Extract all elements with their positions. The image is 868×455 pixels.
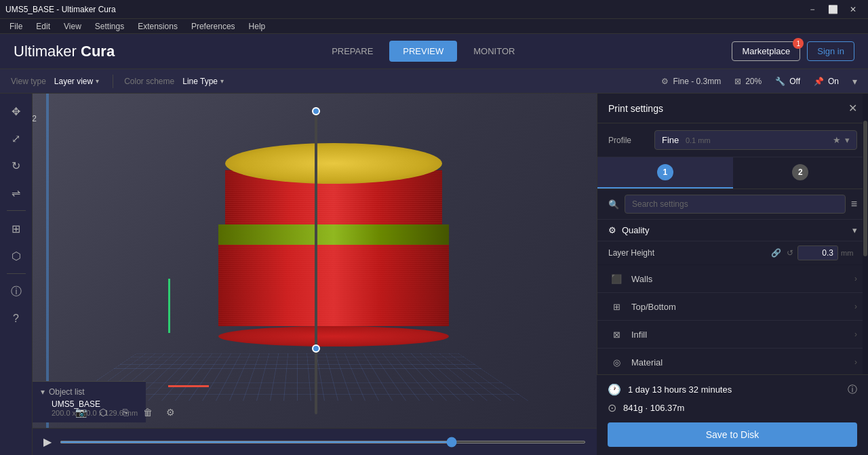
move-tool-button[interactable]: ✥ <box>4 99 28 123</box>
minimize-button[interactable]: − <box>803 2 822 17</box>
tool-separator-2 <box>7 273 26 274</box>
support-stat: 🔧 Off <box>775 77 800 86</box>
profile-value: Fine <box>662 135 679 145</box>
save-to-disk-button[interactable]: Save to Disk <box>608 422 857 447</box>
menu-edit[interactable]: Edit <box>31 20 56 33</box>
titlebar: UMS5_BASE - Ultimaker Cura − ⬜ ✕ <box>0 0 868 19</box>
menu-settings[interactable]: Settings <box>90 20 130 33</box>
axis-x <box>168 385 209 387</box>
marketplace-button[interactable]: Marketplace 1 <box>732 41 800 61</box>
help-tool-button[interactable]: ? <box>4 306 28 331</box>
app-logo: Ultimaker Cura <box>14 43 115 60</box>
walls-label: Walls <box>631 274 652 284</box>
extruder-tab-2[interactable]: 2 <box>733 157 869 189</box>
quality-icon: ⚙ <box>608 225 616 235</box>
search-input[interactable] <box>625 195 846 214</box>
close-panel-button[interactable]: ✕ <box>848 102 857 115</box>
menu-preferences[interactable]: Preferences <box>186 20 241 33</box>
window-title: UMS5_BASE - Ultimaker Cura <box>5 5 116 14</box>
toolbar-right: Marketplace 1 Sign in <box>732 41 854 61</box>
maximize-button[interactable]: ⬜ <box>823 2 842 17</box>
tab-prepare[interactable]: PREPARE <box>318 41 387 62</box>
panel-title: Print settings <box>608 103 663 114</box>
tool-separator <box>7 210 26 211</box>
profile-stat: ⚙ Fine - 0.3mm <box>661 77 721 86</box>
object-tools-row: 📷 ⬡ ⎘ 🗑 ⚙ <box>71 402 180 422</box>
extruder-2-num: 2 <box>792 164 808 180</box>
topbottom-category[interactable]: ⊞ Top/Bottom › <box>597 293 868 321</box>
cylinder-bottom <box>218 326 449 347</box>
viewport[interactable]: 432 ▾ Object list UMS5_BASE 200.0 x 200.… <box>33 94 597 455</box>
estimate-panel: 🕐 1 day 13 hours 32 minutes ⓘ ⊙ 841g · 1… <box>597 374 868 455</box>
time-icon: 🕐 <box>608 383 621 396</box>
layer-height-input[interactable] <box>797 245 838 260</box>
layer-height-reset-button[interactable]: ↺ <box>785 247 795 259</box>
layer-slider-track <box>315 107 317 414</box>
menu-extensions[interactable]: Extensions <box>132 20 183 33</box>
menu-help[interactable]: Help <box>243 20 271 33</box>
colorscheme-select[interactable]: Line Type ▾ <box>180 75 226 87</box>
mirror-tool-button[interactable]: ⇌ <box>4 180 28 205</box>
obj-tool-settings[interactable]: ⚙ <box>160 402 180 422</box>
obj-tool-box[interactable]: ⬡ <box>93 402 113 422</box>
infill-icon: ⊠ <box>734 77 741 86</box>
walls-chevron-icon: › <box>854 274 857 283</box>
time-estimate-row: 🕐 1 day 13 hours 32 minutes ⓘ <box>608 383 857 396</box>
scale-tool-button[interactable]: ⤢ <box>4 126 28 151</box>
material-icon: ◎ <box>608 354 625 370</box>
time-info-icon[interactable]: ⓘ <box>848 384 857 396</box>
cylinder-top <box>225 143 442 184</box>
view-stats: ⚙ Fine - 0.3mm ⊠ 20% 🔧 Off 📌 On ▾ <box>661 76 857 87</box>
signin-button[interactable]: Sign in <box>807 41 854 61</box>
topbottom-icon: ⊞ <box>608 298 625 315</box>
topbottom-chevron-icon: › <box>854 302 857 311</box>
layer-height-unit: mm <box>841 249 857 257</box>
viewtype-select[interactable]: Layer view ▾ <box>52 75 102 87</box>
window-controls: − ⬜ ✕ <box>803 2 863 17</box>
object-list-header[interactable]: ▾ Object list <box>41 387 138 397</box>
colorscheme-label: Color scheme <box>124 77 174 86</box>
tab-monitor[interactable]: MONITOR <box>460 41 528 62</box>
menu-file[interactable]: File <box>4 20 28 33</box>
layer-slider-top-thumb <box>312 107 320 115</box>
viewtype-value: Layer view <box>54 77 93 86</box>
play-button[interactable]: ▶ <box>43 435 52 448</box>
material-label: Material <box>631 357 663 368</box>
rotate-tool-button[interactable]: ↻ <box>4 153 28 178</box>
layer-height-link-button[interactable]: 🔗 <box>770 247 783 259</box>
view-divider <box>113 75 113 88</box>
profile-sub: 0.1 mm <box>686 136 711 144</box>
menu-view[interactable]: View <box>58 20 87 33</box>
extruder-tab-1[interactable]: 1 <box>597 157 733 189</box>
quality-category[interactable]: ⚙ Quality ▾ <box>597 220 868 241</box>
logo-text: Ultimaker Cura <box>14 43 115 60</box>
layer-slider-bottom-thumb <box>312 344 320 353</box>
axis-y <box>168 279 170 333</box>
colorscheme-control: Color scheme Line Type ▾ <box>124 75 226 87</box>
infill-cat-icon: ⊠ <box>608 326 625 342</box>
obj-tool-dup[interactable]: ⎘ <box>115 402 136 422</box>
obj-tool-camera[interactable]: 📷 <box>71 402 91 422</box>
permodel-tool-button[interactable]: ⊞ <box>4 216 28 241</box>
material-chevron-icon: › <box>854 357 857 367</box>
3d-object <box>225 143 449 347</box>
obj-tool-del[interactable]: 🗑 <box>138 402 158 422</box>
viewbar: View type Layer view ▾ Color scheme Line… <box>0 69 868 94</box>
toolbar: Ultimaker Cura PREPARE PREVIEW MONITOR M… <box>0 34 868 69</box>
settings-menu-button[interactable]: ≡ <box>851 198 857 210</box>
infill-label: Infill <box>631 330 647 340</box>
material-category[interactable]: ◎ Material › <box>597 349 868 376</box>
support-tool-button[interactable]: ⬡ <box>4 243 28 268</box>
vertical-layer-slider[interactable]: 432 <box>311 107 321 414</box>
close-button[interactable]: ✕ <box>844 2 863 17</box>
collapse-icon: ▾ <box>41 387 45 397</box>
panel-header: Print settings ✕ <box>597 94 868 123</box>
tab-preview[interactable]: PREVIEW <box>389 41 457 62</box>
infill-category[interactable]: ⊠ Infill › <box>597 321 868 349</box>
info-tool-button[interactable]: ⓘ <box>4 279 28 304</box>
layer-timeline-slider[interactable] <box>60 441 586 443</box>
expand-button[interactable]: ▾ <box>852 76 857 87</box>
left-toolbar: ✥ ⤢ ↻ ⇌ ⊞ ⬡ ⓘ ? <box>0 94 33 455</box>
profile-select[interactable]: Fine 0.1 mm ★ ▾ <box>654 130 857 150</box>
walls-category[interactable]: ⬛ Walls › <box>597 265 868 293</box>
